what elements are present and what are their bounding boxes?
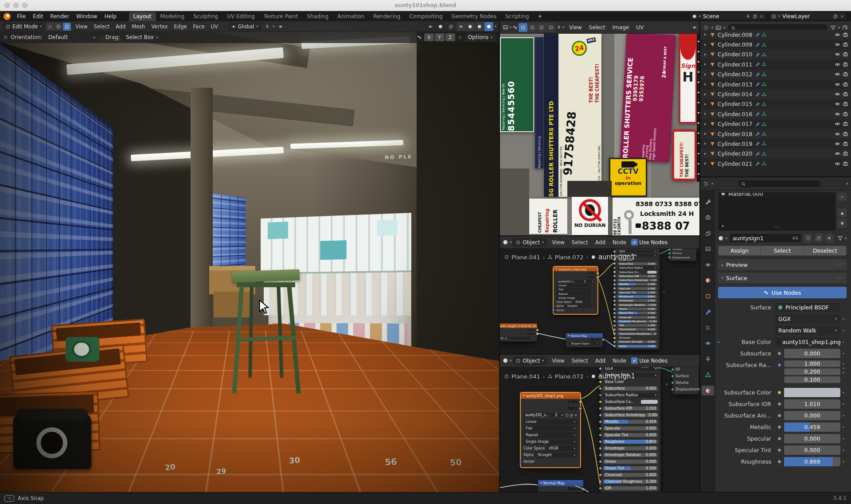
bsdf-input-row[interactable]: Anisotropic Rotation 0.000 [615, 303, 660, 307]
bsdf-input-row[interactable]: Clearcoat 0.000 [615, 316, 660, 319]
node-widget[interactable]: Specular 0.000 [617, 287, 657, 290]
shader-menu[interactable]: View [548, 239, 568, 246]
node-widget[interactable]: Anisotropic Rotation 0.000 [603, 453, 658, 457]
input-socket[interactable] [613, 320, 616, 323]
image-editor-menu[interactable]: Select [586, 24, 609, 31]
edge-select-button[interactable] [55, 23, 62, 31]
bsdf-input-row[interactable]: Clearcoat Roughness 0.304 [615, 320, 660, 323]
shader-menu[interactable]: Node [609, 358, 630, 364]
color-output-socket[interactable] [596, 272, 599, 275]
mirror-axis-button[interactable]: Y [435, 33, 445, 41]
node-widget[interactable]: Emission Strength 0.300 [617, 340, 657, 343]
tab-material-icon[interactable] [702, 386, 714, 395]
workspace-tab[interactable]: Modeling [156, 12, 189, 21]
node-widget[interactable]: Base Color [603, 380, 658, 384]
bsdf-input-row[interactable]: Specular 0.000 [601, 426, 660, 431]
viewport-menu[interactable]: Edge [171, 23, 190, 30]
outliner-row[interactable]: Cylinder.018 [700, 129, 851, 139]
image-option-dropdown[interactable]: Single Image [556, 296, 595, 300]
object-name[interactable]: Cylinder.017 [718, 121, 752, 127]
outliner-row[interactable]: Cylinder.012 [700, 70, 851, 79]
color-space-dropdown[interactable]: sRGB [547, 445, 578, 451]
image-option-dropdown[interactable]: Single Image [523, 439, 578, 445]
image-option-dropdown[interactable]: Linear [556, 284, 595, 287]
mesh-data-icon[interactable] [762, 62, 766, 66]
mesh-data-icon[interactable] [762, 82, 766, 86]
radius-z-field[interactable]: 0.100 [784, 376, 840, 383]
outliner-row[interactable]: Cylinder.013 [700, 79, 851, 89]
disclosure-triangle-icon[interactable] [703, 82, 707, 86]
metallic-slider[interactable]: 0.459 [784, 422, 840, 432]
tab-object-icon[interactable] [702, 291, 714, 301]
image-texture-node[interactable]: ▾aunty101_shop1.png Color Alpha aunty101… [520, 392, 581, 468]
input-socket[interactable] [613, 274, 616, 277]
outliner-row[interactable]: Cylinder.017 [700, 119, 851, 129]
modifier-wrench-icon[interactable] [755, 62, 760, 66]
node-widget[interactable]: Anisotropic 0.000 [617, 299, 657, 302]
topbar-menu[interactable]: Edit [29, 13, 47, 20]
outliner-row[interactable]: Cylinder.015 [700, 99, 851, 109]
breadcrumb-material[interactable]: auntysign1 [598, 253, 636, 261]
outliner-row[interactable]: Cylinder.008 [700, 30, 851, 39]
hide-eye-icon[interactable] [835, 82, 840, 87]
mirror-axis-button[interactable]: X [424, 33, 434, 41]
hide-eye-icon[interactable] [835, 71, 840, 77]
bsdf-input-row[interactable]: Subsurface Anisotropy 0.000 [601, 412, 660, 418]
node-widget[interactable]: Anisotropic Rotation 0.000 [617, 304, 657, 306]
bsdf-input-row[interactable]: Alpha 1.000 [615, 344, 660, 348]
mesh-data-icon[interactable] [762, 72, 766, 77]
filter-funnel-icon[interactable] [837, 235, 843, 241]
resize-grip[interactable]: ∷∷ [774, 225, 780, 229]
bsdf-input-row[interactable]: Sheen Tint 0.500 [601, 465, 660, 471]
surface-panel-header[interactable]: ▾ Surface ∷∷ [718, 273, 847, 283]
slot-specials-menu-button[interactable]: ▾ [838, 192, 847, 201]
input-socket[interactable] [613, 332, 616, 335]
topbar-menu[interactable]: Render [47, 13, 73, 20]
bsdf-input-row[interactable]: Subsurface Co... [615, 270, 660, 273]
input-socket[interactable] [599, 407, 602, 410]
editor-type-image-icon[interactable] [503, 24, 508, 30]
normal-map-header[interactable]: ▾Normal Map [566, 333, 603, 338]
bsdf-input-row[interactable]: Specular Tint 0.000 [601, 432, 660, 438]
bsdf-input-row[interactable]: IOR 1.450 [615, 324, 660, 327]
tab-particles-icon[interactable] [702, 323, 714, 332]
color-space-dropdown[interactable]: sRGB [573, 300, 595, 304]
camera-visibility-icon[interactable] [843, 82, 848, 87]
image-option-dropdown[interactable]: Flat [523, 426, 578, 431]
breadcrumb-object[interactable]: Plane.041 [511, 254, 540, 261]
input-socket[interactable] [613, 295, 616, 298]
shading-rendered-icon[interactable] [484, 22, 493, 31]
object-name[interactable]: Cylinder.009 [718, 41, 752, 48]
pivot-icon[interactable] [692, 25, 697, 30]
hide-eye-icon[interactable] [835, 91, 840, 97]
node-widget[interactable]: Transmission 0.000 [617, 328, 657, 331]
node-widget[interactable]: Clearcoat 0.000 [603, 473, 658, 477]
subsurface-anisotropy-slider[interactable]: 0.000 [784, 411, 840, 420]
disclosure-triangle-icon[interactable] [703, 132, 707, 136]
disclosure-triangle-icon[interactable] [703, 72, 707, 77]
breadcrumb-mesh[interactable]: Plane.072 [555, 254, 584, 261]
tab-render-icon[interactable] [702, 213, 714, 223]
camera-visibility-icon[interactable] [843, 141, 848, 147]
socket-button[interactable] [775, 445, 784, 455]
tab-output-icon[interactable] [702, 228, 714, 238]
input-socket[interactable] [599, 420, 602, 423]
shader-menu[interactable]: Select [568, 239, 592, 246]
modifier-wrench-icon[interactable] [755, 82, 760, 86]
disclosure-triangle-icon[interactable] [703, 102, 707, 106]
image-option-dropdown[interactable]: Repeat [523, 432, 578, 438]
bsdf-input-row[interactable]: Subsurface 0.000 [615, 262, 660, 266]
camera-visibility-icon[interactable] [843, 51, 848, 57]
input-socket[interactable] [599, 453, 602, 457]
modifier-wrench-icon[interactable] [755, 141, 760, 146]
input-socket[interactable] [613, 270, 616, 273]
input-socket[interactable] [599, 394, 602, 397]
node-widget[interactable]: Sheen 0.000 [617, 308, 657, 310]
bsdf-input-row[interactable]: Emission [615, 336, 660, 340]
image-editor-menu[interactable]: View [566, 24, 585, 31]
node-widget[interactable]: Subsurface 0.000 [603, 387, 658, 391]
alpha-output-socket[interactable] [536, 332, 539, 336]
bsdf-input-row[interactable]: Transmission 0.000 [615, 328, 660, 331]
mesh-data-icon[interactable] [762, 92, 766, 97]
tab-modifiers-icon[interactable] [702, 307, 714, 317]
